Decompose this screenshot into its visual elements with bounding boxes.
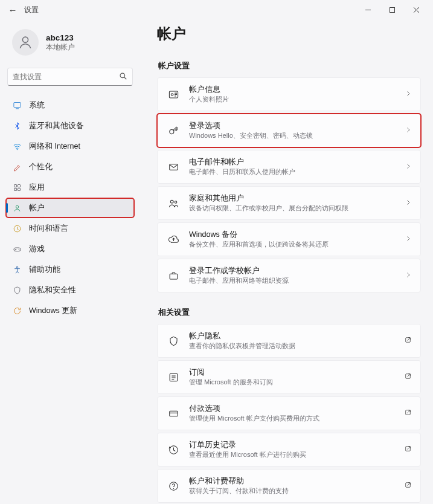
external-link-icon <box>404 409 412 418</box>
sidebar-item-apps[interactable]: 应用 <box>6 178 134 197</box>
accounts-icon <box>12 203 22 213</box>
card-subtitle: 获得关于订阅、付款和计费的支持 <box>189 486 396 496</box>
sidebar-item-access[interactable]: 辅助功能 <box>6 260 134 279</box>
card-privacy[interactable]: 帐户隐私 查看你的隐私仪表板并管理活动数据 <box>157 324 421 358</box>
orders-icon <box>166 442 181 457</box>
pay-icon <box>166 406 181 421</box>
card-orders[interactable]: 订单历史记录 查看最近使用 Microsoft 帐户进行的购买 <box>157 433 421 467</box>
sidebar-item-privacy[interactable]: 隐私和安全性 <box>6 280 134 300</box>
svg-rect-10 <box>14 184 16 187</box>
update-icon <box>12 306 22 315</box>
card-title: 付款选项 <box>189 404 396 414</box>
privacy-icon <box>166 334 181 348</box>
email-icon <box>166 160 181 174</box>
sidebar-item-network[interactable]: 网络和 Internet <box>6 137 134 156</box>
card-info[interactable]: 帐户信息 个人资料照片 <box>157 77 421 111</box>
maximize-button[interactable] <box>380 1 404 18</box>
sidebar-item-label: 个性化 <box>29 162 53 172</box>
main-content: 帐户 帐户设置 帐户信息 个人资料照片 登录选项 Windows Hello、安… <box>140 19 433 504</box>
sidebar-item-system[interactable]: 系统 <box>6 95 134 115</box>
svg-rect-11 <box>18 184 20 187</box>
cards-settings: 帐户信息 个人资料照片 登录选项 Windows Hello、安全密钥、密码、动… <box>157 77 421 292</box>
card-title: Windows 备份 <box>189 230 396 240</box>
card-subtitle: 查看你的隐私仪表板并管理活动数据 <box>189 341 396 351</box>
svg-point-19 <box>16 266 18 268</box>
sidebar-item-label: 网络和 Internet <box>29 141 80 152</box>
svg-point-24 <box>170 200 173 203</box>
external-link-icon <box>404 481 412 491</box>
back-button[interactable]: ← <box>5 2 21 18</box>
info-icon <box>166 87 181 102</box>
card-family[interactable]: 家庭和其他用户 设备访问权限、工作或学校用户、展台分配的访问权限 <box>157 186 421 220</box>
svg-point-18 <box>19 250 19 250</box>
card-title: 订阅 <box>189 367 396 378</box>
time-icon <box>12 224 22 233</box>
card-subs[interactable]: 订阅 管理 Microsoft 的服务和订阅 <box>157 360 421 394</box>
svg-point-5 <box>120 73 125 78</box>
sidebar-item-label: 应用 <box>29 183 45 193</box>
system-icon <box>12 100 22 110</box>
card-billing[interactable]: 帐户和计费帮助 获得关于订阅、付款和计费的支持 <box>157 469 421 503</box>
sidebar-item-label: 游戏 <box>29 244 45 254</box>
chevron-right-icon <box>405 199 412 208</box>
card-title: 订单历史记录 <box>189 440 396 450</box>
sidebar-item-accounts[interactable]: 帐户 <box>6 198 134 218</box>
card-subtitle: Windows Hello、安全密钥、密码、动态锁 <box>189 131 396 140</box>
cards-related: 帐户隐私 查看你的隐私仪表板并管理活动数据 订阅 管理 Microsoft 的服… <box>157 324 421 503</box>
svg-rect-26 <box>170 274 178 279</box>
window-title: 设置 <box>24 5 39 15</box>
billing-icon <box>166 479 181 493</box>
card-subtitle: 管理 Microsoft 的服务和订阅 <box>189 378 396 387</box>
subs-icon <box>166 370 181 384</box>
sidebar-item-personal[interactable]: 个性化 <box>6 157 134 176</box>
sidebar: abc123 本地帐户 系统 蓝牙和其他设备 网络和 Internet 个性化 … <box>0 19 140 504</box>
card-title: 登录工作或学校帐户 <box>189 266 396 276</box>
close-button[interactable] <box>404 1 428 18</box>
gaming-icon <box>12 244 22 254</box>
svg-rect-7 <box>13 102 20 107</box>
access-icon <box>12 265 22 274</box>
card-work[interactable]: 登录工作或学校帐户 电子邮件、应用和网络等组织资源 <box>157 259 421 292</box>
svg-point-36 <box>173 488 173 488</box>
user-subtitle: 本地帐户 <box>46 43 75 52</box>
card-backup[interactable]: Windows 备份 备份文件、应用和首选项，以便跨设备将其还原 <box>157 222 421 256</box>
svg-line-6 <box>124 77 127 79</box>
chevron-right-icon <box>405 271 412 280</box>
card-subtitle: 个人资料照片 <box>189 95 396 104</box>
section-label-settings: 帐户设置 <box>158 60 421 71</box>
titlebar: ← 设置 <box>0 0 433 19</box>
svg-rect-16 <box>13 248 20 251</box>
card-subtitle: 电子邮件、应用和网络等组织资源 <box>189 276 396 285</box>
card-title: 登录选项 <box>189 121 396 131</box>
nav-list: 系统 蓝牙和其他设备 网络和 Internet 个性化 应用 帐户 时间和语言 … <box>5 95 135 320</box>
card-subtitle: 备份文件、应用和首选项，以便跨设备将其还原 <box>189 240 396 249</box>
minimize-button[interactable] <box>356 1 380 18</box>
page-title: 帐户 <box>157 24 421 44</box>
sidebar-item-label: 帐户 <box>29 203 45 213</box>
sidebar-item-gaming[interactable]: 游戏 <box>6 239 134 259</box>
search-icon <box>119 72 127 82</box>
external-link-icon <box>404 372 412 382</box>
section-label-related: 相关设置 <box>158 307 421 318</box>
sidebar-item-bluetooth[interactable]: 蓝牙和其他设备 <box>6 116 134 135</box>
sidebar-item-time[interactable]: 时间和语言 <box>6 219 134 238</box>
card-email[interactable]: 电子邮件和帐户 电子邮件、日历和联系人使用的帐户 <box>157 150 421 184</box>
svg-rect-13 <box>18 188 20 190</box>
card-signin[interactable]: 登录选项 Windows Hello、安全密钥、密码、动态锁 <box>157 114 421 147</box>
sidebar-item-label: 辅助功能 <box>29 265 60 275</box>
search-field[interactable] <box>13 73 119 81</box>
search-input[interactable] <box>7 68 133 86</box>
svg-point-35 <box>169 482 177 489</box>
sidebar-item-update[interactable]: Windows 更新 <box>6 301 134 320</box>
card-pay[interactable]: 付款选项 管理使用 Microsoft 帐户支付购买费用的方式 <box>157 396 421 430</box>
card-subtitle: 设备访问权限、工作或学校用户、展台分配的访问权限 <box>189 204 396 213</box>
sidebar-item-label: 系统 <box>29 100 45 111</box>
svg-point-21 <box>171 93 173 95</box>
card-subtitle: 管理使用 Microsoft 帐户支付购买费用的方式 <box>189 414 396 423</box>
svg-point-9 <box>16 149 18 150</box>
card-subtitle: 查看最近使用 Microsoft 帐户进行的购买 <box>189 450 396 459</box>
svg-rect-30 <box>169 411 177 416</box>
chevron-right-icon <box>405 235 412 244</box>
card-title: 电子邮件和帐户 <box>189 157 396 167</box>
user-profile[interactable]: abc123 本地帐户 <box>5 24 135 60</box>
